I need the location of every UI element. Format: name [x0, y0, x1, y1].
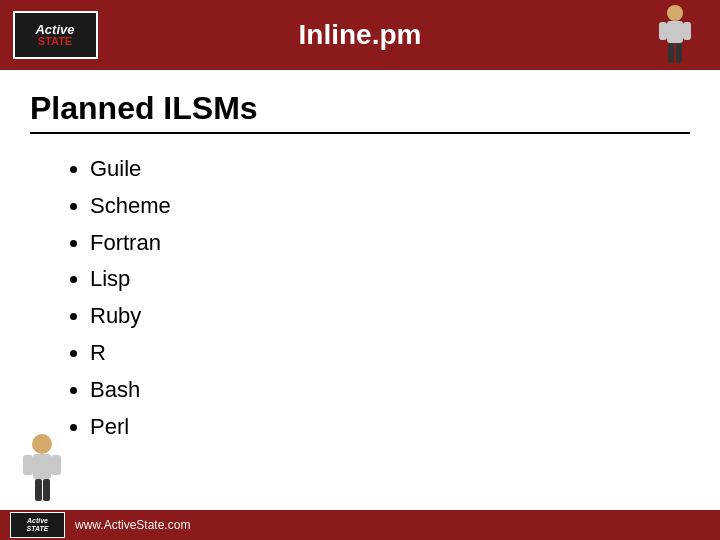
- footer-figure: [10, 432, 80, 512]
- svg-rect-9: [51, 455, 61, 475]
- svg-rect-2: [659, 22, 667, 40]
- logo-state-text: STATE: [38, 36, 72, 47]
- list-item: Scheme: [90, 191, 690, 222]
- svg-rect-8: [23, 455, 33, 475]
- svg-point-6: [32, 434, 52, 454]
- page-title: Planned ILSMs: [30, 90, 690, 134]
- footer-logo-text: Active STATE: [27, 517, 49, 532]
- footer-url: www.ActiveState.com: [75, 518, 190, 532]
- list-item: Perl: [90, 412, 690, 443]
- planned-ilsms-list: GuileSchemeFortranLispRubyRBashPerl: [30, 154, 690, 442]
- svg-rect-11: [43, 479, 50, 501]
- svg-rect-7: [33, 454, 51, 479]
- svg-point-0: [667, 5, 683, 21]
- header-figure: [640, 0, 710, 70]
- svg-rect-4: [668, 43, 674, 63]
- footer-bar: Active STATE www.ActiveState.com: [0, 510, 720, 540]
- header-logo: Active STATE: [10, 10, 100, 60]
- svg-rect-3: [683, 22, 691, 40]
- main-content: Planned ILSMs GuileSchemeFortranLispRuby…: [0, 70, 720, 468]
- figure-icon: [645, 3, 705, 68]
- svg-rect-1: [667, 21, 683, 43]
- list-item: Bash: [90, 375, 690, 406]
- header-title: Inline.pm: [299, 19, 422, 51]
- logo-box: Active STATE: [13, 11, 98, 59]
- svg-rect-10: [35, 479, 42, 501]
- list-item: R: [90, 338, 690, 369]
- header-bar: Active STATE Inline.pm: [0, 0, 720, 70]
- list-item: Ruby: [90, 301, 690, 332]
- list-item: Fortran: [90, 228, 690, 259]
- footer-logo: Active STATE: [10, 512, 65, 538]
- svg-rect-5: [676, 43, 682, 63]
- list-item: Guile: [90, 154, 690, 185]
- list-item: Lisp: [90, 264, 690, 295]
- footer-figure-icon: [10, 432, 75, 507]
